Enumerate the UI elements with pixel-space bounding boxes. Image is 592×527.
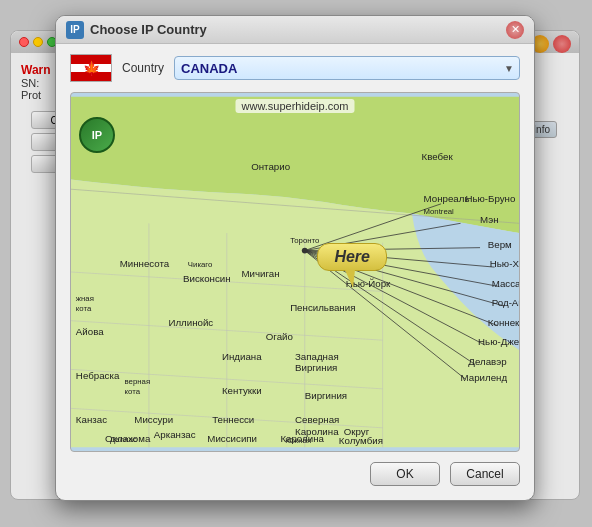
indiana-label: Индиана [222, 351, 262, 362]
iowa-label: Айова [76, 326, 104, 337]
ip-icon-text: IP [70, 24, 79, 35]
canada-flag: 🍁 [70, 54, 112, 82]
conn-label: Коннектикут [488, 317, 519, 328]
callout-bubble: Here [317, 243, 387, 271]
del-label: Делавэр [468, 356, 506, 367]
westvirginia-label: Западная [295, 351, 339, 362]
toronto-label: Торонто [290, 236, 319, 245]
map-container: www.superhideip.com IP Here [70, 92, 520, 452]
bg-red-btn[interactable] [553, 35, 571, 53]
pennsylvania-label: Пенсильвания [290, 302, 355, 313]
ndakota-label: верная [125, 377, 151, 386]
callout-text: Here [334, 248, 370, 265]
montreal-en: Montreal [424, 207, 455, 216]
wisconsin-label: Висконсин [183, 273, 231, 284]
vermont-label: Верм [488, 239, 512, 250]
dialog-close-button[interactable]: ✕ [506, 21, 524, 39]
ok-button[interactable]: OK [370, 462, 440, 486]
sdakota-label: жная [76, 294, 94, 303]
minnesota-label: Миннесота [120, 258, 170, 269]
ohio-label: Огайо [266, 331, 293, 342]
missouri-label: Миссури [134, 414, 173, 425]
sdakota-label2: кота [76, 304, 92, 313]
country-select-wrapper[interactable]: CANADA UNITED STATES UNITED KINGDOM GERM… [174, 56, 520, 80]
ndakota-label2: кота [125, 387, 141, 396]
kansas-label: Канзас [76, 414, 107, 425]
ri-label: Род-Айленд [492, 297, 519, 308]
here-callout: Here [317, 243, 387, 271]
dialog-body: 🍁 Country CANADA UNITED STATES UNITED KI… [56, 44, 534, 500]
callout-tail [345, 270, 355, 288]
map-watermark: www.superhideip.com [236, 99, 355, 113]
columbia-label2: Колумбия [339, 435, 383, 446]
country-label: Country [122, 61, 164, 75]
mississippi-label: Миссисипи [207, 433, 257, 444]
nb-label: Нью-Бруно [465, 193, 515, 204]
virginia-label: Виргиния [305, 390, 347, 401]
maple-leaf-icon: 🍁 [83, 61, 100, 75]
nj-label: Нью-Джерси [478, 336, 519, 347]
maine-label: Мэн [480, 214, 499, 225]
toronto-dot [302, 248, 308, 254]
illinois-label: Иллинойс [168, 317, 213, 328]
scarolina-label2: Каролина [280, 433, 324, 444]
cancel-button[interactable]: Cancel [450, 462, 520, 486]
choose-ip-country-dialog: IP Choose IP Country ✕ 🍁 Country CANADA … [55, 15, 535, 501]
ontario-label: Онтарио [251, 161, 290, 172]
arkansas-label: Арканзас [154, 429, 196, 440]
bg-right-controls [531, 35, 571, 53]
minimize-traffic-light[interactable] [33, 37, 43, 47]
ncarolina-label: Северная [295, 414, 339, 425]
map-logo-text: IP [92, 129, 102, 141]
chicago-label: Чикаго [188, 260, 212, 269]
michigan-label: Мичиган [241, 268, 279, 279]
mass-label: Массачу [492, 278, 519, 289]
country-select[interactable]: CANADA UNITED STATES UNITED KINGDOM GERM… [174, 56, 520, 80]
tennessee-label: Теннесси [212, 414, 254, 425]
dialog-icon: IP [66, 21, 84, 39]
map-svg: Онтарио Квебек Миннесота Висконсин Мичиг… [71, 93, 519, 451]
map-logo: IP [79, 117, 115, 153]
button-row: OK Cancel [70, 462, 520, 490]
close-traffic-light[interactable] [19, 37, 29, 47]
westvirginia-label2: Виргиния [295, 362, 337, 373]
traffic-lights [19, 37, 57, 47]
dialog-titlebar: IP Choose IP Country ✕ [56, 16, 534, 44]
nebraska-label: Небраска [76, 370, 120, 381]
country-row: 🍁 Country CANADA UNITED STATES UNITED KI… [70, 54, 520, 82]
dallas-label: Даллас [110, 435, 137, 444]
md-label: Мариленд [461, 372, 508, 383]
quebec-label: Квебек [422, 151, 454, 162]
dialog-title: Choose IP Country [90, 22, 506, 37]
nh-label: Нью-Хэми [490, 258, 519, 269]
kentucky-label: Кентукки [222, 385, 262, 396]
montreal-label: Монреаль [424, 193, 470, 204]
